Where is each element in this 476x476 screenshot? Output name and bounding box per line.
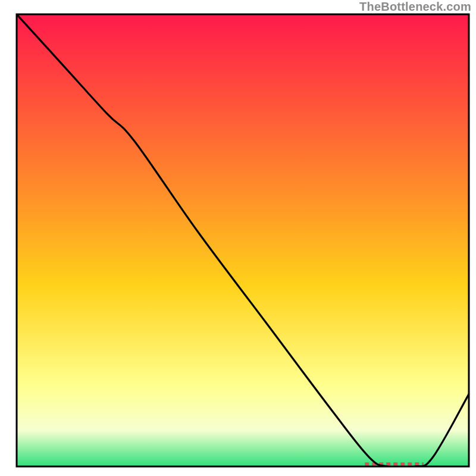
bottleneck-chart — [0, 0, 476, 476]
gradient-background — [17, 14, 469, 466]
watermark-text: TheBottleneck.com — [359, 0, 471, 14]
chart-stage: TheBottleneck.com — [0, 0, 476, 476]
